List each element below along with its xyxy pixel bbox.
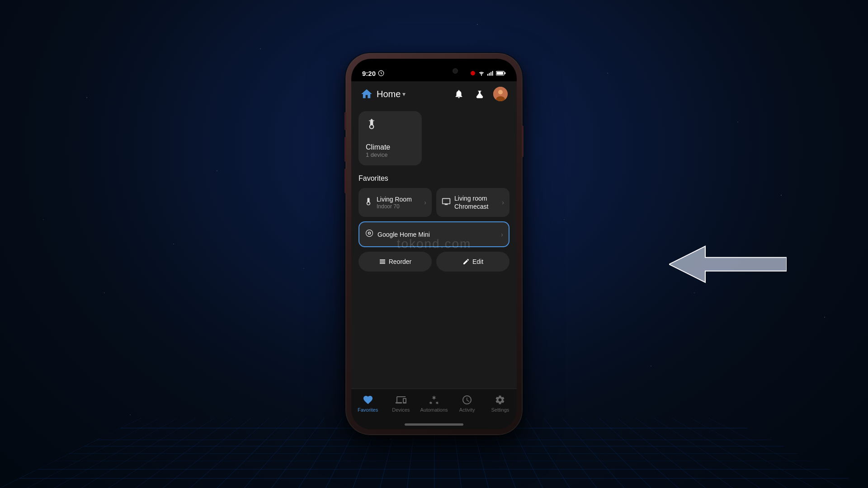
thermometer-icon xyxy=(364,197,373,208)
google-home-mini-chevron: › xyxy=(501,231,503,238)
favorites-row-1: Living Room Indoor 70 › xyxy=(359,188,509,217)
tv-icon xyxy=(442,197,451,208)
mute-button xyxy=(344,112,346,130)
activity-icon xyxy=(462,394,472,405)
nav-activity[interactable]: Activity xyxy=(451,393,484,413)
climate-card[interactable]: Climate 1 device xyxy=(359,111,422,165)
svg-rect-4 xyxy=(489,73,490,75)
automations-nav-label: Automations xyxy=(420,407,448,413)
nav-devices[interactable]: Devices xyxy=(384,393,417,413)
speaker-icon xyxy=(365,229,374,240)
svg-point-11 xyxy=(498,90,503,94)
status-icons xyxy=(470,70,506,76)
arrow-annotation xyxy=(669,242,787,289)
settings-nav-label: Settings xyxy=(491,407,509,413)
header-dropdown-chevron: ▾ xyxy=(402,90,406,98)
signal-icon xyxy=(487,70,494,76)
reorder-button[interactable]: Reorder xyxy=(359,252,432,272)
status-time: 9:20 xyxy=(362,70,384,77)
home-label: Home xyxy=(377,89,401,99)
reorder-label: Reorder xyxy=(389,258,412,265)
favorites-label: Favorites xyxy=(359,174,509,183)
living-room-sub: Indoor 70 xyxy=(377,203,420,210)
front-camera xyxy=(453,68,458,74)
svg-marker-16 xyxy=(669,246,787,282)
svg-rect-6 xyxy=(492,71,493,76)
settings-icon xyxy=(495,394,505,405)
chromecast-card[interactable]: Living room Chromecast › xyxy=(436,188,509,217)
chromecast-title: Living room Chromecast xyxy=(454,194,498,211)
favorites-grid: Living Room Indoor 70 › xyxy=(359,188,509,247)
automations-icon xyxy=(429,394,439,405)
flask-icon xyxy=(475,89,485,99)
time-display: 9:20 xyxy=(362,70,376,77)
header-title[interactable]: Home ▾ xyxy=(377,89,448,99)
bell-icon xyxy=(454,89,464,99)
devices-nav-label: Devices xyxy=(392,407,410,413)
home-indicator xyxy=(405,423,463,426)
devices-icon xyxy=(396,394,406,405)
notifications-button[interactable] xyxy=(452,87,466,101)
living-room-info: Living Room Indoor 70 xyxy=(377,195,420,210)
power-button xyxy=(522,126,524,157)
svg-rect-8 xyxy=(496,72,503,75)
home-icon xyxy=(360,88,373,100)
living-room-card[interactable]: Living Room Indoor 70 › xyxy=(359,188,432,217)
svg-rect-5 xyxy=(491,72,491,75)
activity-nav-label: Activity xyxy=(459,407,475,413)
favorites-row-2: Google Home Mini › xyxy=(359,221,509,247)
battery-icon xyxy=(496,70,506,76)
climate-icon xyxy=(366,118,415,133)
app-header: Home ▾ xyxy=(351,81,517,107)
svg-point-1 xyxy=(471,71,475,75)
lab-button[interactable] xyxy=(472,87,487,101)
favorites-nav-label: Favorites xyxy=(358,407,378,413)
google-home-mini-title: Google Home Mini xyxy=(377,230,497,239)
dynamic-island xyxy=(406,63,462,79)
edit-label: Edit xyxy=(472,258,483,265)
phone-frame: 9:20 xyxy=(346,53,522,435)
svg-rect-3 xyxy=(487,74,488,75)
timer-icon xyxy=(378,70,384,76)
action-buttons: Reorder Edit xyxy=(359,252,509,272)
nav-automations[interactable]: Automations xyxy=(417,393,450,413)
google-home-mini-info: Google Home Mini xyxy=(377,230,497,239)
volume-up-button xyxy=(344,137,346,162)
climate-subtitle: 1 device xyxy=(366,151,415,158)
chromecast-info: Living room Chromecast xyxy=(454,194,498,211)
volume-down-button xyxy=(344,169,346,193)
header-actions xyxy=(452,87,508,101)
scroll-content: Climate 1 device Favorites xyxy=(351,107,517,429)
wifi-icon xyxy=(478,70,485,76)
svg-point-15 xyxy=(368,233,370,234)
living-room-title: Living Room xyxy=(377,195,420,203)
heart-icon xyxy=(363,394,373,405)
reorder-icon xyxy=(379,258,386,265)
google-home-mini-card[interactable]: Google Home Mini › xyxy=(359,221,509,247)
climate-title: Climate xyxy=(366,143,415,151)
chromecast-chevron: › xyxy=(502,199,504,206)
record-icon xyxy=(470,70,476,76)
app-content: Home ▾ xyxy=(351,81,517,429)
nav-favorites[interactable]: Favorites xyxy=(351,393,384,413)
pointing-arrow xyxy=(669,242,787,287)
phone-screen: 9:20 xyxy=(351,59,517,429)
edit-icon xyxy=(462,258,470,265)
svg-rect-9 xyxy=(505,72,505,74)
edit-button[interactable]: Edit xyxy=(436,252,509,272)
svg-point-2 xyxy=(481,75,482,76)
living-room-chevron: › xyxy=(424,199,426,206)
nav-settings[interactable]: Settings xyxy=(484,393,517,413)
user-avatar[interactable] xyxy=(493,87,508,101)
